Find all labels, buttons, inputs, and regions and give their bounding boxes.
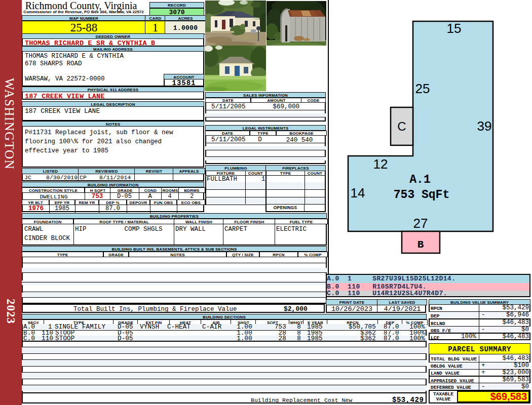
svg-text:B: B	[417, 239, 424, 251]
svg-text:27: 27	[413, 216, 428, 231]
svg-text:753 SqFt: 753 SqFt	[394, 188, 449, 201]
svg-text:14: 14	[351, 185, 365, 200]
svg-text:15: 15	[447, 21, 462, 36]
svg-text:39: 39	[477, 118, 492, 134]
svg-text:25: 25	[415, 81, 430, 96]
svg-text:12: 12	[373, 156, 388, 172]
svg-text:A.1: A.1	[409, 173, 430, 186]
svg-text:C: C	[397, 119, 406, 133]
